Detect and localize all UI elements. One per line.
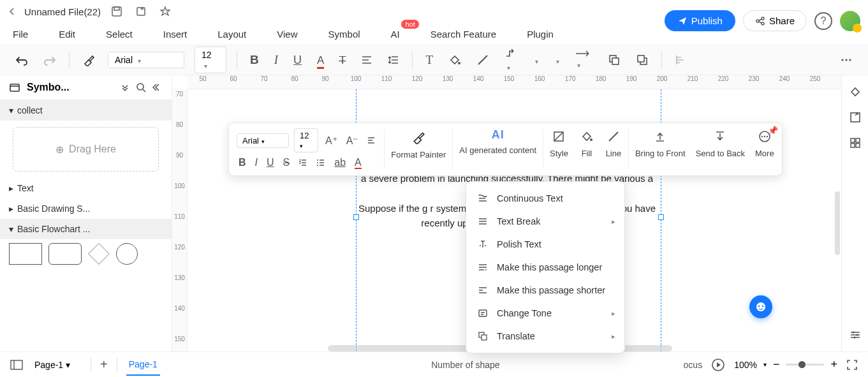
font-family-select[interactable]: Arial ▾ [108, 52, 184, 68]
line-dash-icon[interactable]: ▾ [551, 51, 562, 70]
chevron-down-icon[interactable]: ▾ [763, 361, 767, 368]
float-font-select[interactable]: Arial ▾ [237, 133, 289, 148]
pin-icon[interactable]: 📌 [768, 126, 778, 135]
menu-view[interactable]: View [277, 29, 297, 40]
strike-icon[interactable]: S [281, 155, 292, 170]
underline-icon[interactable]: U [265, 155, 276, 170]
page-tab[interactable]: Page-1 [126, 354, 160, 376]
float-size-select[interactable]: 12 ▾ [294, 128, 318, 152]
line-spacing-icon[interactable] [385, 52, 402, 68]
more-icon[interactable] [837, 51, 855, 69]
zoom-slider[interactable] [786, 364, 824, 366]
text-tool-icon[interactable]: T [423, 50, 436, 70]
ctx-continuous-text[interactable]: Continuous Text [466, 187, 624, 210]
sidebar-section-text[interactable]: ▸ Text [0, 178, 172, 198]
line-tool-icon[interactable] [474, 51, 492, 69]
fill-icon[interactable] [578, 128, 595, 145]
selection-handle-right[interactable] [658, 214, 664, 220]
double-chevron-down-icon[interactable] [121, 83, 129, 92]
sidebar-section-drawing[interactable]: ▸ Basic Drawing S... [0, 198, 172, 219]
outline-icon[interactable] [10, 360, 23, 370]
page-dropdown[interactable]: Page-1 ▾ [32, 357, 82, 373]
format-painter-icon[interactable] [80, 51, 98, 69]
sidebar-section-flowchart[interactable]: ▾ Basic Flowchart ... [0, 219, 172, 239]
drag-here-zone[interactable]: ⊕ Drag Here [13, 127, 159, 172]
zoom-out-button[interactable]: − [773, 358, 780, 371]
library-icon[interactable] [9, 82, 20, 93]
numbered-list-icon[interactable]: 12 [297, 156, 309, 169]
zoom-value[interactable]: 100% [734, 360, 757, 370]
help-icon[interactable]: ? [814, 12, 832, 30]
menu-search-feature[interactable]: Search Feature [430, 29, 496, 40]
fill-icon[interactable] [446, 51, 464, 69]
sidebar-section-collect[interactable]: ▾ collect [0, 100, 172, 121]
undo-icon[interactable] [13, 51, 31, 69]
shape-rectangle[interactable] [9, 243, 42, 265]
ai-icon[interactable]: AI [492, 128, 504, 142]
ctx-translate[interactable]: Translate ▸ [466, 325, 624, 348]
send-back-icon[interactable] [712, 128, 728, 145]
distribute-icon[interactable] [672, 51, 690, 69]
ctx-make-shorter[interactable]: Make this passage shorter [466, 279, 624, 302]
font-color-icon[interactable]: A [353, 155, 364, 170]
menu-insert[interactable]: Insert [163, 29, 188, 40]
ctx-make-longer[interactable]: Make this passage longer [466, 256, 624, 279]
arrow-style-icon[interactable]: ▾ [572, 47, 595, 73]
ctx-text-break[interactable]: Text Break ▸ [466, 210, 624, 233]
format-painter-icon[interactable] [409, 128, 427, 146]
user-avatar[interactable] [840, 11, 860, 31]
decrease-font-icon[interactable]: A⁻ [344, 133, 360, 149]
ctx-change-tone[interactable]: Change Tone ▸ [466, 302, 624, 325]
font-size-select[interactable]: 12 ▾ [195, 47, 226, 73]
italic-icon[interactable]: I [253, 155, 260, 170]
share-button[interactable]: Share [743, 10, 807, 31]
menu-ai[interactable]: AI hot [391, 29, 400, 40]
layer-back-icon[interactable] [605, 51, 623, 69]
shape-diamond[interactable] [88, 243, 110, 265]
search-icon[interactable] [136, 82, 146, 92]
vertical-scrollbar[interactable] [835, 191, 840, 255]
save-icon[interactable] [108, 3, 125, 20]
export-panel-icon[interactable] [849, 111, 862, 124]
menu-file[interactable]: File [13, 29, 28, 40]
menu-plugin[interactable]: Plugin [527, 29, 554, 40]
grid-panel-icon[interactable] [849, 137, 862, 149]
menu-edit[interactable]: Edit [59, 29, 75, 40]
shape-circle[interactable] [116, 243, 138, 265]
star-icon[interactable] [157, 3, 173, 20]
fullscreen-icon[interactable] [846, 359, 858, 371]
increase-font-icon[interactable]: A⁺ [323, 133, 339, 149]
publish-button[interactable]: Publish [665, 10, 735, 31]
bring-front-icon[interactable] [652, 128, 668, 145]
ai-assistant-button[interactable] [749, 295, 772, 318]
bold-icon[interactable]: B [247, 50, 261, 70]
italic-icon[interactable]: I [272, 50, 281, 70]
layer-front-icon[interactable] [633, 51, 651, 69]
underline-icon[interactable]: U [291, 51, 304, 70]
bullet-list-icon[interactable] [314, 156, 327, 169]
redo-icon[interactable] [41, 51, 59, 69]
zoom-in-button[interactable]: + [830, 358, 837, 371]
settings-panel-icon[interactable] [849, 329, 862, 341]
play-icon[interactable] [711, 358, 725, 372]
text-case-icon[interactable]: ab [332, 155, 348, 170]
line-solid-icon[interactable]: ▾ [530, 51, 541, 70]
bold-icon[interactable]: B [237, 155, 248, 170]
connector-icon[interactable]: ▾ [502, 45, 520, 76]
text-style-icon[interactable]: T̶ [337, 51, 348, 70]
align-icon[interactable] [358, 52, 375, 68]
align-icon[interactable] [365, 134, 378, 147]
shape-rounded-rect[interactable] [48, 243, 82, 265]
export-icon[interactable] [133, 3, 149, 20]
add-page-button[interactable]: + [100, 357, 108, 372]
ctx-polish-text[interactable]: Polish Text [466, 233, 624, 256]
collapse-sidebar-icon[interactable] [152, 82, 163, 92]
style-icon[interactable] [550, 128, 567, 145]
font-color-icon[interactable]: A [314, 51, 327, 70]
fill-panel-icon[interactable] [849, 85, 862, 98]
menu-symbol[interactable]: Symbol [328, 29, 360, 40]
menu-layout[interactable]: Layout [217, 29, 246, 40]
menu-select[interactable]: Select [106, 29, 133, 40]
back-icon[interactable] [8, 7, 17, 16]
line-icon[interactable] [605, 128, 622, 145]
